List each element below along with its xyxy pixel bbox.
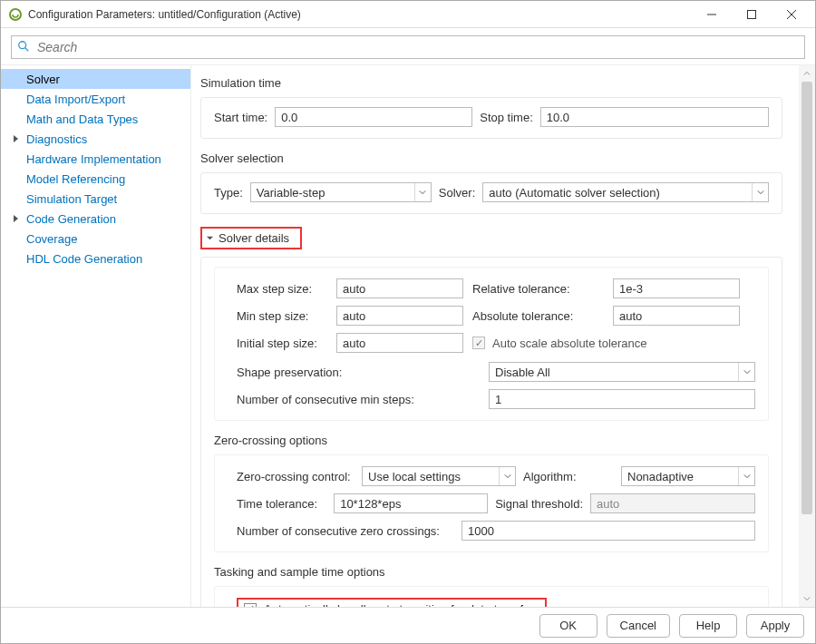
group-solver-selection: Type: Variable-step Solver: auto (Automa… [200, 172, 782, 214]
app-icon [8, 7, 23, 22]
checkbox-auto-scale [472, 337, 485, 349]
content-panel: Simulation time Start time: Stop time: S… [191, 65, 799, 607]
select-algorithm[interactable]: Nonadaptive [621, 466, 755, 486]
nav-label: Solver [26, 73, 60, 86]
label-init-step: Initial step size: [237, 337, 327, 350]
input-min-step[interactable] [336, 306, 463, 326]
select-value: Nonadaptive [622, 470, 738, 483]
footer: OK Cancel Help Apply [1, 607, 815, 643]
nav-item-model-referencing[interactable]: Model Referencing [1, 169, 190, 189]
chevron-down-icon [752, 183, 768, 201]
label-consec-zc: Number of consecutive zero crossings: [237, 524, 454, 538]
input-rel-tol[interactable] [613, 278, 740, 298]
group-solver-details: Max step size: Relative tolerance: Min s… [200, 257, 782, 607]
label-auto-scale: Auto scale absolute tolerance [492, 337, 647, 350]
nav-item-solver[interactable]: Solver [1, 69, 190, 89]
label-min-step: Min step size: [237, 309, 327, 323]
select-value: Use local settings [363, 470, 499, 483]
select-solver[interactable]: auto (Automatic solver selection) [482, 182, 769, 202]
section-zero-crossing: Zero-crossing options [214, 434, 769, 447]
select-value: Disable All [490, 366, 738, 379]
chevron-down-icon [738, 467, 754, 485]
collapse-icon [206, 231, 219, 245]
nav-label: Math and Data Types [26, 112, 138, 126]
minimize-button[interactable] [692, 1, 732, 28]
scrollbar-thumb[interactable] [801, 82, 812, 514]
search-field-wrap[interactable] [11, 35, 805, 59]
input-stop-time[interactable] [540, 107, 769, 127]
input-consec-min[interactable] [489, 389, 755, 409]
chevron-down-icon [414, 183, 431, 201]
label-abs-tol: Absolute tolerance: [472, 309, 604, 323]
label-time-tol: Time tolerance: [237, 497, 326, 511]
input-start-time[interactable] [275, 107, 472, 127]
nav-label: Hardware Implementation [26, 152, 161, 166]
nav-item-code-generation[interactable]: Code Generation [1, 209, 190, 229]
nav-item-math-data-types[interactable]: Math and Data Types [1, 109, 190, 129]
chevron-down-icon [738, 363, 754, 381]
nav-item-diagnostics[interactable]: Diagnostics [1, 129, 190, 149]
nav-label: Coverage [26, 232, 77, 246]
input-init-step[interactable] [336, 333, 463, 353]
chevron-down-icon [499, 467, 515, 485]
search-input[interactable] [35, 39, 799, 55]
category-sidebar: Solver Data Import/Export Math and Data … [1, 65, 191, 607]
label-max-step: Max step size: [237, 282, 327, 296]
zero-crossing-inner: Zero-crossing control: Use local setting… [214, 454, 769, 552]
svg-rect-2 [748, 10, 756, 18]
content-wrap: Simulation time Start time: Stop time: S… [191, 65, 815, 607]
section-tasking: Tasking and sample time options [214, 565, 769, 579]
nav-label: Model Referencing [26, 172, 125, 186]
solver-details-label: Solver details [219, 231, 289, 245]
svg-point-0 [10, 9, 21, 20]
label-consec-min: Number of consecutive min steps: [237, 393, 481, 406]
help-button[interactable]: Help [679, 614, 737, 638]
expand-icon [14, 135, 18, 142]
ok-button[interactable]: OK [539, 614, 597, 638]
scrollbar[interactable] [799, 65, 815, 607]
input-consec-zc[interactable] [461, 521, 755, 541]
svg-line-6 [25, 47, 29, 51]
apply-button[interactable]: Apply [746, 614, 804, 638]
nav-label: Data Import/Export [26, 93, 125, 106]
label-sig-thresh: Signal threshold: [495, 497, 583, 511]
label-zc-control: Zero-crossing control: [237, 470, 355, 483]
close-button[interactable] [772, 1, 811, 28]
main-area: Solver Data Import/Export Math and Data … [1, 64, 815, 607]
select-shape-preservation[interactable]: Disable All [489, 362, 755, 382]
cancel-button[interactable]: Cancel [607, 614, 670, 638]
input-max-step[interactable] [336, 278, 463, 298]
select-value: Variable-step [251, 186, 414, 200]
svg-point-5 [19, 41, 26, 48]
titlebar: Configuration Parameters: untitled/Confi… [1, 1, 815, 28]
expand-icon [14, 215, 18, 222]
label-start-time: Start time: [214, 111, 267, 124]
input-abs-tol[interactable] [613, 306, 740, 326]
nav-item-coverage[interactable]: Coverage [1, 229, 190, 249]
select-solver-type[interactable]: Variable-step [250, 182, 432, 202]
scroll-up-icon[interactable] [799, 65, 815, 82]
input-time-tol[interactable] [334, 493, 488, 513]
scrollbar-track[interactable] [799, 82, 815, 590]
maximize-button[interactable] [732, 1, 772, 28]
section-solver-selection: Solver selection [200, 151, 782, 165]
section-simulation-time: Simulation time [200, 76, 782, 90]
nav-item-hardware-implementation[interactable]: Hardware Implementation [1, 149, 190, 169]
nav-label: HDL Code Generation [26, 252, 142, 266]
label-stop-time: Stop time: [480, 111, 533, 124]
select-zc-control[interactable]: Use local settings [362, 466, 516, 486]
label-algorithm: Algorithm: [523, 470, 614, 483]
tasking-inner: Automatically handle rate transition for… [214, 586, 769, 607]
nav-label: Diagnostics [26, 132, 87, 146]
nav-label: Simulation Target [26, 192, 117, 206]
nav-item-data-import-export[interactable]: Data Import/Export [1, 89, 190, 109]
window-title: Configuration Parameters: untitled/Confi… [28, 8, 692, 21]
nav-item-hdl-code-generation[interactable]: HDL Code Generation [1, 249, 190, 268]
select-value: auto (Automatic solver selection) [483, 186, 752, 200]
scroll-down-icon[interactable] [799, 590, 815, 607]
solver-details-toggle[interactable]: Solver details [200, 227, 302, 249]
label-solver: Solver: [439, 186, 475, 200]
nav-item-simulation-target[interactable]: Simulation Target [1, 189, 190, 209]
group-simulation-time: Start time: Stop time: [200, 97, 782, 139]
search-icon [17, 40, 35, 55]
